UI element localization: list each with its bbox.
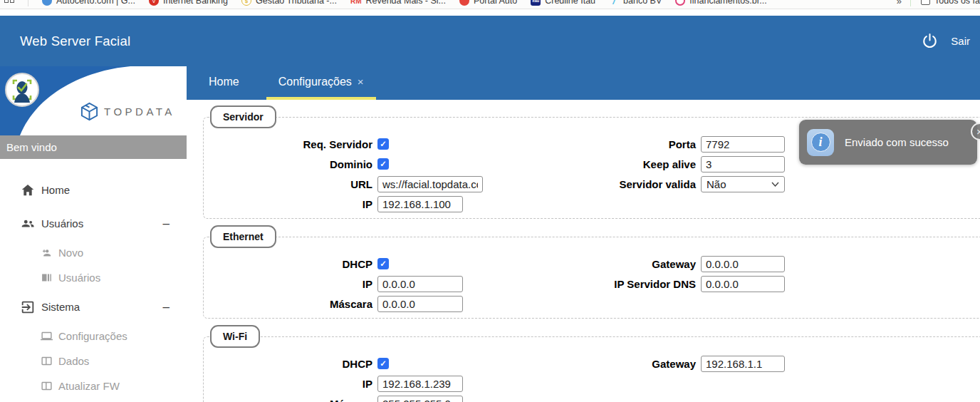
sidebar-brand-area: TOPDATA bbox=[0, 66, 187, 135]
bookmark-financiamentos[interactable]: financiamentos.br... bbox=[675, 0, 766, 6]
eth-dns-input[interactable] bbox=[701, 276, 785, 292]
eth-gateway-label: Gateway bbox=[530, 258, 701, 270]
topdata-cube-icon bbox=[80, 102, 99, 121]
sidebar-subitem-dados[interactable]: Dados bbox=[0, 349, 187, 373]
dominio-checkbox[interactable] bbox=[377, 158, 389, 170]
servidor-ip-label: IP bbox=[204, 198, 377, 210]
bookmark-label: financiamentos.br... bbox=[689, 0, 766, 6]
content-area: Home Configurações × Servidor Req. Servi… bbox=[187, 66, 980, 402]
bookmark-label: Portal Auto bbox=[474, 0, 517, 6]
toast-close-button[interactable]: × bbox=[971, 123, 980, 140]
fieldset-ethernet: Ethernet DHCP Gateway IP IP Servidor DNS… bbox=[203, 225, 980, 319]
apps-grid-icon[interactable] bbox=[4, 0, 14, 3]
bookmark-autocerto[interactable]: Autocerto.com | G... bbox=[42, 0, 135, 6]
sidebar-item-usuarios[interactable]: Usuários – bbox=[0, 207, 187, 240]
all-bookmarks-label: Todos os fa bbox=[934, 0, 980, 6]
bookmark-label: banco BV bbox=[623, 0, 662, 6]
sidebar-item-label: Atualizar FW bbox=[58, 380, 120, 392]
sidebar-nav: Home Usuários – Novo bbox=[0, 159, 187, 402]
sidebar-subitem-atualizar-fw[interactable]: Atualizar FW bbox=[0, 373, 187, 398]
collapse-icon[interactable]: – bbox=[163, 217, 170, 231]
sidebar-item-label: Usuários bbox=[58, 272, 100, 284]
sidebar-item-label: Novo bbox=[58, 247, 83, 259]
bookmark-revenda-mais[interactable]: RM Revenda Mais - Si... bbox=[350, 0, 446, 6]
app-header: Web Server Facial Sair bbox=[0, 16, 980, 66]
servidor-ip-input[interactable] bbox=[377, 196, 463, 212]
face-recognition-logo-icon bbox=[5, 73, 39, 107]
bookmarks-overflow-chevron[interactable]: » bbox=[897, 0, 900, 6]
wifi-dhcp-label: DHCP bbox=[204, 358, 377, 370]
bookmark-favicon: RM bbox=[350, 0, 362, 6]
wifi-ip-input[interactable] bbox=[377, 376, 463, 392]
porta-input[interactable] bbox=[701, 136, 785, 153]
tab-home[interactable]: Home bbox=[197, 66, 251, 100]
servidor-valida-label: Servidor valida bbox=[530, 178, 701, 190]
url-label: URL bbox=[204, 178, 377, 190]
eth-dhcp-label: DHCP bbox=[204, 258, 377, 270]
divider bbox=[910, 0, 911, 6]
users-group-icon bbox=[20, 216, 36, 232]
dominio-label: Dominio bbox=[204, 158, 377, 170]
eth-mascara-input[interactable] bbox=[377, 296, 463, 312]
divider bbox=[28, 0, 28, 6]
monitor-icon bbox=[41, 330, 53, 342]
sidebar-item-label: Usuários bbox=[41, 217, 83, 230]
eth-ip-input[interactable] bbox=[377, 276, 463, 292]
wifi-gateway-input[interactable] bbox=[701, 356, 785, 372]
sidebar-item-home[interactable]: Home bbox=[0, 173, 187, 207]
tab-configuracoes[interactable]: Configurações × bbox=[266, 66, 376, 100]
keep-alive-label: Keep alive bbox=[530, 158, 701, 170]
bookmark-internet-banking[interactable]: v Internet Banking bbox=[149, 0, 228, 6]
eth-mascara-label: Máscara bbox=[204, 298, 377, 310]
sidebar-item-label: Dados bbox=[58, 355, 89, 367]
eth-dhcp-checkbox[interactable] bbox=[377, 258, 389, 269]
tab-label: Configurações bbox=[278, 76, 352, 88]
servidor-valida-select[interactable]: Não bbox=[701, 176, 785, 192]
req-servidor-label: Req. Servidor bbox=[204, 138, 377, 150]
req-servidor-checkbox[interactable] bbox=[377, 138, 389, 150]
eth-ip-label: IP bbox=[204, 278, 377, 290]
eth-gateway-input[interactable] bbox=[701, 256, 785, 272]
sidebar-subitem-configuracoes[interactable]: Configurações bbox=[0, 324, 187, 349]
sidebar-subitem-novo[interactable]: Novo bbox=[0, 240, 187, 265]
bookmark-favicon: v bbox=[149, 0, 159, 6]
data-panel-icon bbox=[41, 355, 53, 367]
bookmark-favicon bbox=[42, 0, 52, 6]
fieldset-ethernet-legend: Ethernet bbox=[210, 225, 276, 248]
sidebar-item-label: Configurações bbox=[58, 330, 127, 342]
bookmark-banco-bv[interactable]: / banco BV bbox=[609, 0, 662, 6]
tab-label: Home bbox=[209, 76, 239, 88]
bookmark-label: Internet Banking bbox=[163, 0, 228, 6]
wifi-dhcp-checkbox[interactable] bbox=[377, 358, 389, 369]
wifi-mascara-input[interactable] bbox=[377, 396, 463, 402]
bookmark-gestao-tributaria[interactable]: $ Gestão Tributária -... bbox=[241, 0, 337, 6]
keep-alive-input[interactable] bbox=[701, 156, 785, 172]
power-icon[interactable] bbox=[920, 32, 939, 51]
sidebar-subitem-usuarios[interactable]: Usuários bbox=[0, 265, 187, 290]
brand-name: TOPDATA bbox=[104, 105, 175, 118]
home-icon bbox=[20, 182, 36, 198]
browser-bookmarks-bar: Autocerto.com | G... v Internet Banking … bbox=[0, 0, 980, 9]
tab-close-icon[interactable]: × bbox=[358, 76, 364, 88]
bookmark-credline-itau[interactable]: itaú Credline Itaú bbox=[531, 0, 595, 6]
info-icon: i bbox=[807, 129, 834, 156]
wifi-mascara-label: Máscara bbox=[204, 398, 377, 402]
sidebar: TOPDATA Bem vindo Home Usuários – bbox=[0, 66, 187, 402]
porta-label: Porta bbox=[530, 138, 701, 150]
sidebar-item-label: Home bbox=[41, 184, 70, 196]
bookmark-label: Gestão Tributária -... bbox=[256, 0, 337, 6]
selected-option: Não bbox=[707, 178, 726, 190]
bookmark-favicon: itaú bbox=[531, 0, 541, 6]
eth-dns-label: IP Servidor DNS bbox=[530, 278, 701, 290]
logout-button[interactable]: Sair bbox=[951, 35, 970, 47]
all-bookmarks-folder[interactable]: Todos os fa bbox=[921, 0, 980, 6]
data-panel-icon bbox=[41, 380, 53, 392]
fieldset-wifi: Wi-Fi DHCP Gateway IP Máscara bbox=[203, 325, 980, 402]
bookmark-portal-auto[interactable]: Portal Auto bbox=[459, 0, 517, 6]
tab-bar: Home Configurações × bbox=[187, 66, 980, 100]
sidebar-item-sistema[interactable]: Sistema – bbox=[0, 290, 187, 324]
url-input[interactable] bbox=[377, 176, 483, 192]
welcome-text: Bem vindo bbox=[6, 141, 57, 153]
chevron-down-icon bbox=[771, 182, 779, 187]
collapse-icon[interactable]: – bbox=[163, 300, 170, 314]
